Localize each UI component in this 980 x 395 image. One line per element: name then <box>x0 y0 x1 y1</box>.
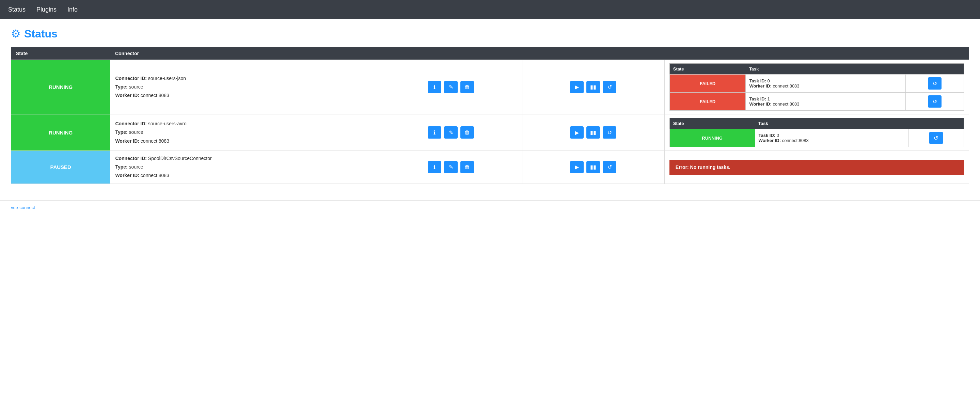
task-worker-label: Worker ID: <box>749 83 772 89</box>
col-tasks <box>664 47 969 60</box>
task-state-cell: FAILED <box>670 92 746 111</box>
edit-button[interactable]: ✎ <box>444 126 458 139</box>
table-row: RUNNING Connector ID: source-users-json … <box>11 60 969 115</box>
gear-icon: ⚙ <box>11 27 21 40</box>
table-row: PAUSED Connector ID: SpoolDirCsvSourceCo… <box>11 151 969 184</box>
tasks-table: State Task RUNNINGTask ID: 0 Worker ID: … <box>670 118 964 147</box>
connector-info-cell: Connector ID: SpoolDirCsvSourceConnector… <box>110 151 380 184</box>
footer-link[interactable]: vue-connect <box>11 205 35 210</box>
task-row: RUNNINGTask ID: 0 Worker ID: connect:808… <box>670 129 964 147</box>
task-action-cell: ↺ <box>906 92 964 111</box>
task-col-action <box>908 118 964 129</box>
page-content: ⚙ Status State Connector RUNNING Connect… <box>0 19 980 192</box>
connector-type-label: Type: source <box>115 164 143 170</box>
task-info-cell: Task ID: 0 Worker ID: connect:8083 <box>746 75 906 92</box>
connector-actions-1: ℹ ✎ 🗑 <box>380 151 522 184</box>
connector-tasks-cell: State Task FAILEDTask ID: 0 Worker ID: c… <box>664 60 969 115</box>
task-row: FAILEDTask ID: 1 Worker ID: connect:8083… <box>670 92 964 111</box>
task-id-label: Task ID: <box>759 133 776 138</box>
task-restart-button[interactable]: ↺ <box>929 132 943 144</box>
nav-plugins[interactable]: Plugins <box>37 6 57 13</box>
connector-state-label: RUNNING <box>16 124 105 142</box>
connector-state-cell: RUNNING <box>11 115 110 151</box>
task-col-state: State <box>670 118 755 129</box>
col-state: State <box>11 47 110 60</box>
nav-status[interactable]: Status <box>8 6 25 13</box>
connector-id-label: Connector ID: source-users-avro <box>115 121 186 126</box>
info-button[interactable]: ℹ <box>428 161 441 173</box>
task-col-action <box>906 64 964 75</box>
page-footer: vue-connect <box>0 200 980 214</box>
play-button[interactable]: ▶ <box>570 126 584 139</box>
connector-state-label: PAUSED <box>16 158 105 176</box>
connector-id-label: Connector ID: SpoolDirCsvSourceConnector <box>115 156 212 161</box>
connector-worker-label: Worker ID: connect:8083 <box>115 138 169 144</box>
delete-button[interactable]: 🗑 <box>460 161 474 173</box>
connector-actions-1: ℹ ✎ 🗑 <box>380 115 522 151</box>
connector-worker-label: Worker ID: connect:8083 <box>115 92 169 98</box>
top-nav: Status Plugins Info <box>0 0 980 19</box>
connector-info-cell: Connector ID: source-users-json Type: so… <box>110 60 380 115</box>
task-state-label: FAILED <box>673 78 742 89</box>
task-action-cell: ↺ <box>908 129 964 147</box>
pause-button[interactable]: ▮▮ <box>586 126 600 139</box>
pause-button[interactable]: ▮▮ <box>586 161 600 173</box>
connector-actions-2: ▶ ▮▮ ↺ <box>522 115 664 151</box>
error-message: Error: No running tasks. <box>670 160 964 175</box>
info-button[interactable]: ℹ <box>428 81 441 93</box>
play-button[interactable]: ▶ <box>570 81 584 93</box>
table-row: RUNNING Connector ID: source-users-avro … <box>11 115 969 151</box>
task-worker-label: Worker ID: <box>759 138 781 143</box>
connector-tasks-cell: Error: No running tasks. <box>664 151 969 184</box>
task-info-cell: Task ID: 0 Worker ID: connect:8083 <box>755 129 908 147</box>
task-state-cell: RUNNING <box>670 129 755 147</box>
task-state-label: FAILED <box>673 96 742 108</box>
nav-info[interactable]: Info <box>67 6 78 13</box>
col-connector: Connector <box>110 47 380 60</box>
delete-button[interactable]: 🗑 <box>460 81 474 93</box>
task-info-cell: Task ID: 1 Worker ID: connect:8083 <box>746 92 906 111</box>
connector-actions-2: ▶ ▮▮ ↺ <box>522 151 664 184</box>
page-header: ⚙ Status <box>11 27 969 40</box>
edit-button[interactable]: ✎ <box>444 161 458 173</box>
task-id-label: Task ID: <box>749 78 766 83</box>
col-actions2 <box>522 47 664 60</box>
connector-actions-2: ▶ ▮▮ ↺ <box>522 60 664 115</box>
task-col-task: Task <box>746 64 906 75</box>
info-button[interactable]: ℹ <box>428 126 441 139</box>
connector-actions-1: ℹ ✎ 🗑 <box>380 60 522 115</box>
task-action-cell: ↺ <box>906 75 964 92</box>
task-row: FAILEDTask ID: 0 Worker ID: connect:8083… <box>670 75 964 92</box>
task-restart-button[interactable]: ↺ <box>928 77 942 89</box>
restart-button[interactable]: ↺ <box>603 161 616 173</box>
connector-worker-label: Worker ID: connect:8083 <box>115 173 169 178</box>
pause-button[interactable]: ▮▮ <box>586 81 600 93</box>
connector-info-cell: Connector ID: source-users-avro Type: so… <box>110 115 380 151</box>
play-button[interactable]: ▶ <box>570 161 584 173</box>
connector-state-cell: PAUSED <box>11 151 110 184</box>
task-worker-label: Worker ID: <box>749 102 772 107</box>
task-col-task: Task <box>755 118 908 129</box>
task-id-label: Task ID: <box>749 96 766 102</box>
task-col-state: State <box>670 64 746 75</box>
restart-button[interactable]: ↺ <box>603 81 616 93</box>
edit-button[interactable]: ✎ <box>444 81 458 93</box>
task-restart-button[interactable]: ↺ <box>928 96 942 108</box>
delete-button[interactable]: 🗑 <box>460 126 474 139</box>
connector-id-label: Connector ID: source-users-json <box>115 76 186 81</box>
task-state-cell: FAILED <box>670 75 746 92</box>
restart-button[interactable]: ↺ <box>603 126 616 139</box>
col-actions1 <box>380 47 522 60</box>
connector-state-label: RUNNING <box>16 78 105 96</box>
tasks-table: State Task FAILEDTask ID: 0 Worker ID: c… <box>670 63 964 111</box>
connectors-table: State Connector RUNNING Connector ID: so… <box>11 47 969 184</box>
connector-state-cell: RUNNING <box>11 60 110 115</box>
connector-type-label: Type: source <box>115 84 143 89</box>
task-state-label: RUNNING <box>673 132 751 144</box>
connector-type-label: Type: source <box>115 129 143 135</box>
connector-tasks-cell: State Task RUNNINGTask ID: 0 Worker ID: … <box>664 115 969 151</box>
page-title: Status <box>24 27 57 40</box>
